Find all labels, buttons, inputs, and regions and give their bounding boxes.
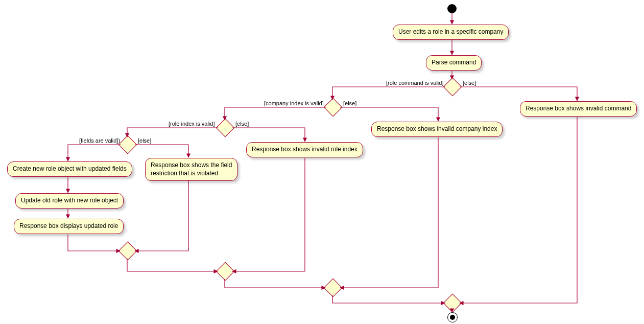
activity-invalid-role-index: Response box shows invalid role index [246, 142, 363, 157]
activity-user-edits: User edits a role in a specific company [393, 25, 509, 40]
merge-command [443, 294, 462, 313]
activity-invalid-command: Response box shows invalid command [520, 101, 637, 117]
activity-create-role: Create new role object with updated fiel… [7, 161, 132, 177]
activity-label: Response box shows the field restriction… [151, 161, 232, 177]
activity-label: Response box shows invalid role index [252, 146, 357, 153]
decision-role-command [443, 78, 462, 97]
activity-invalid-company: Response box shows invalid company index [371, 122, 503, 137]
guard-label: [company index is valid] [264, 100, 324, 106]
end-node [447, 312, 458, 322]
guard-label: [else] [343, 100, 356, 106]
activity-update-role: Update old role with new role object [15, 193, 124, 209]
guard-label: [else] [235, 121, 249, 127]
guard-label: [role index is valid] [169, 121, 215, 127]
start-node [447, 4, 457, 13]
guard-label: [fields are valid]) [79, 137, 120, 144]
decision-fields-valid [118, 135, 137, 154]
activity-label: User edits a role in a specific company [398, 28, 503, 35]
activity-label: Response box displays updated role [19, 222, 118, 229]
activity-display-updated: Response box displays updated role [14, 219, 124, 234]
activity-field-violation: Response box shows the field restriction… [145, 158, 237, 181]
activity-label: Response box shows invalid command [526, 105, 631, 112]
activity-parse-command: Parse command [426, 55, 482, 71]
decision-company-index [324, 98, 343, 117]
merge-role-index [216, 262, 235, 281]
activity-label: Update old role with new role object [21, 197, 118, 204]
activity-label: Create new role object with updated fiel… [13, 165, 127, 172]
decision-role-index [216, 119, 235, 137]
merge-company [324, 279, 343, 297]
activity-label: Parse command [432, 59, 476, 66]
guard-label: [else] [463, 80, 476, 86]
activity-label: Response box shows invalid company index [377, 125, 497, 132]
guard-label: [else] [138, 137, 151, 144]
guard-label: [role command is valid] [386, 80, 444, 86]
merge-fields [118, 242, 137, 261]
